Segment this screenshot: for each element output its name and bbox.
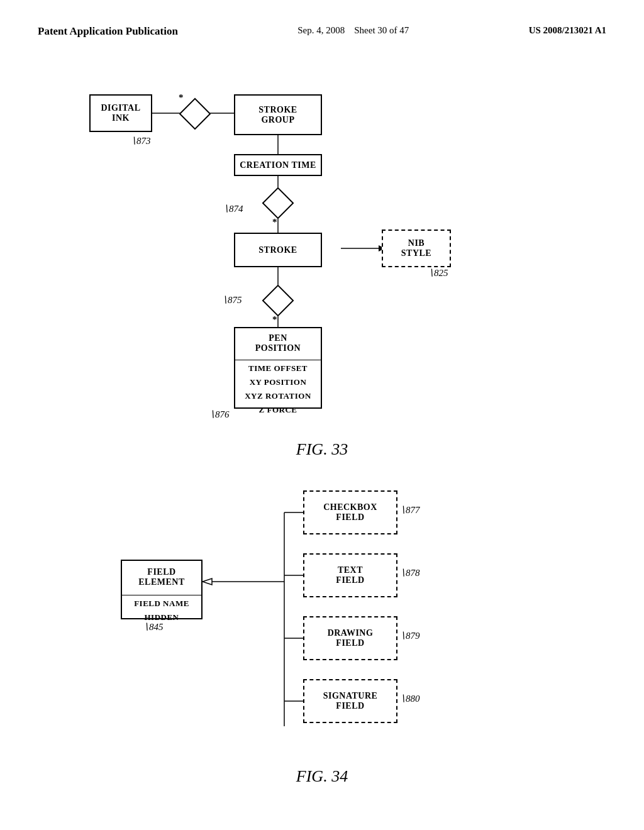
diamond3: [262, 285, 294, 317]
drawing-field-box: DRAWING FIELD: [303, 616, 397, 660]
star1: *: [179, 92, 184, 103]
star3: *: [272, 314, 277, 325]
digital-ink-box: DIGITAL INK: [89, 94, 152, 132]
checkbox-field-box: CHECKBOX FIELD: [303, 490, 397, 534]
fig33-diagram: DIGITAL INK * STROKE GROUP CREATION TIME…: [39, 57, 605, 434]
date-label: Sep. 4, 2008: [297, 25, 345, 35]
ref-873: ∖873: [130, 135, 151, 147]
attr-xyz-rotation: XYZ ROTATION: [235, 389, 321, 403]
nib-style-box: NIB STYLE: [382, 230, 451, 267]
creation-time-box: CREATION TIME: [234, 154, 322, 176]
diamond2: [262, 187, 294, 219]
ref-876: ∖876: [209, 409, 230, 420]
sheet-label: Sheet 30 of 47: [354, 25, 409, 35]
ref-879: ∖879: [399, 630, 420, 641]
ref-878: ∖878: [399, 567, 420, 578]
field-element-box: FIELD ELEMENT FIELD NAME HIDDEN: [121, 560, 203, 619]
pen-position-divider: [235, 360, 321, 360]
header: Patent Application Publication Sep. 4, 2…: [38, 25, 606, 38]
fig33-label: FIG. 33: [296, 440, 348, 459]
fig34-label: FIG. 34: [296, 767, 348, 786]
publication-label: Patent Application Publication: [38, 25, 178, 38]
stroke-box: STROKE: [234, 233, 322, 267]
diamond1: [179, 98, 211, 130]
attr-time-offset: TIME OFFSET: [235, 362, 321, 375]
pen-position-box: PEN POSITION TIME OFFSET XY POSITION XYZ…: [234, 327, 322, 409]
field-element-divider: [122, 595, 201, 595]
patent-number: US 2008/213021 A1: [529, 25, 606, 36]
pen-position-title: PEN POSITION: [235, 328, 321, 358]
ref-877: ∖877: [399, 504, 420, 516]
ref-875: ∖875: [221, 294, 242, 306]
attr-xy-position: XY POSITION: [235, 375, 321, 389]
star2: *: [272, 217, 277, 228]
svg-marker-14: [203, 578, 212, 585]
page: Patent Application Publication Sep. 4, 2…: [0, 0, 644, 830]
header-center: Sep. 4, 2008 Sheet 30 of 47: [297, 25, 409, 36]
diagrams-container: DIGITAL INK * STROKE GROUP CREATION TIME…: [38, 57, 606, 792]
signature-field-box: SIGNATURE FIELD: [303, 679, 397, 723]
text-field-box: TEXT FIELD: [303, 553, 397, 597]
ref-874: ∖874: [223, 203, 243, 214]
stroke-group-box: STROKE GROUP: [234, 94, 322, 135]
attr-z-force: Z FORCE: [235, 403, 321, 417]
ref-825: ∖825: [428, 267, 448, 279]
ref-880: ∖880: [399, 693, 420, 704]
ref-845: ∖845: [143, 621, 164, 633]
fig34-diagram: FIELD ELEMENT FIELD NAME HIDDEN ∖845 CHE…: [39, 478, 605, 761]
field-attr1: FIELD NAME: [122, 597, 201, 611]
field-element-title: FIELD ELEMENT: [122, 561, 201, 594]
